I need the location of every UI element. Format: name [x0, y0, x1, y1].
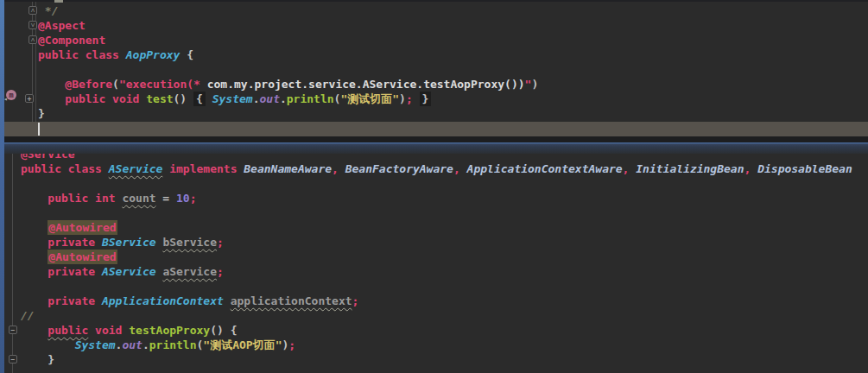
code-token: [413, 92, 420, 105]
code-token: ApplicationContext: [102, 294, 224, 307]
code-token: ;: [406, 92, 413, 105]
code-token: ,: [332, 162, 345, 175]
code-token: ): [399, 92, 406, 105]
code-token: [206, 92, 212, 105]
code-token: ;: [217, 236, 224, 249]
pane-divider[interactable]: [0, 136, 868, 143]
code-token: [21, 250, 48, 263]
code-token: ,: [453, 162, 467, 175]
aop-advice-icon[interactable]: m ◂: [5, 90, 17, 102]
code-line[interactable]: @Component: [0, 33, 868, 47]
fold-marker-icon[interactable]: −: [9, 355, 17, 364]
ide-editor-window: */@Aspect@Componentpublic class AopProxy…: [0, 0, 868, 373]
code-line[interactable]: [0, 176, 868, 191]
code-line[interactable]: System.out.println("测试AOP切面");: [0, 338, 868, 352]
code-line[interactable]: private BService bService;: [0, 235, 868, 250]
code-line[interactable]: private AService aService;: [0, 264, 868, 279]
code-token: "测试AOP切面": [203, 338, 282, 351]
left-accent-strip: [0, 0, 4, 373]
code-token: count: [122, 192, 155, 205]
code-token: applicationContext: [231, 294, 352, 307]
code-token: ApplicationContextAware: [467, 162, 623, 175]
code-token: out: [122, 338, 142, 351]
editor-pane-aservice[interactable]: @Servicepublic class AService implements…: [0, 143, 868, 373]
code-line[interactable]: //: [0, 308, 868, 323]
code-token: 10: [176, 192, 190, 205]
code-token: [38, 92, 65, 105]
fold-marker-icon[interactable]: ˅: [29, 21, 37, 29]
code-token: AService: [102, 265, 156, 278]
code-token: (: [112, 78, 119, 91]
code-line[interactable]: private ApplicationContext applicationCo…: [0, 294, 868, 308]
code-token: testAopProxy: [129, 324, 210, 337]
text-caret: [38, 123, 40, 136]
code-token: @Autowired: [48, 250, 117, 264]
code-line[interactable]: [0, 279, 868, 294]
code-token: [224, 294, 231, 307]
code-token: {: [193, 92, 206, 106]
fold-marker-icon[interactable]: −: [9, 326, 17, 334]
scrollbar-fragment: [54, 0, 63, 3]
code-line[interactable]: @Before("execution(* com.my.project.serv…: [0, 77, 868, 92]
code-line[interactable]: @Autowired: [0, 220, 868, 235]
code-line[interactable]: @Aspect: [0, 18, 868, 33]
code-token: public: [48, 324, 88, 337]
code-line[interactable]: public class AService implements BeanNam…: [0, 161, 868, 176]
code-token: [21, 221, 48, 234]
fold-marker-icon[interactable]: ˄: [29, 6, 37, 15]
code-token: private: [48, 294, 102, 307]
code-token: public int: [48, 192, 122, 205]
fold-marker-icon[interactable]: ˄: [29, 35, 37, 44]
current-line-highlight[interactable]: [4, 122, 868, 136]
code-token: BeanFactoryAware: [345, 162, 453, 175]
code-token: ;: [288, 338, 295, 351]
code-token: System: [212, 92, 253, 105]
code-token: public void: [65, 92, 146, 105]
code-token: [21, 236, 48, 249]
code-token: public class: [38, 48, 126, 61]
editor-pane-aopproxy[interactable]: */@Aspect@Componentpublic class AopProxy…: [0, 0, 868, 125]
code-line[interactable]: }: [0, 352, 868, 367]
code-token: @Aspect: [38, 19, 86, 32]
code-token: public class: [21, 162, 109, 175]
code-token: ,: [744, 162, 758, 175]
code-token: implements: [169, 162, 244, 175]
code-token: out: [259, 92, 279, 105]
code-line[interactable]: public class AopProxy {: [0, 47, 868, 62]
code-token: @Service: [21, 148, 75, 161]
code-token: void: [95, 324, 129, 337]
code-line[interactable]: [0, 62, 868, 77]
code-token: ,: [623, 162, 637, 175]
code-line[interactable]: */: [0, 3, 868, 18]
code-line[interactable]: @Autowired: [0, 250, 868, 264]
code-token: com.my.project.service.AService.testAopP…: [207, 78, 525, 91]
code-line[interactable]: public void testAopProxy() {: [0, 323, 868, 338]
code-token: aService: [162, 265, 217, 278]
code-token: BService: [102, 236, 156, 249]
code-token: [21, 294, 48, 307]
code-line[interactable]: public int count = 10;: [0, 191, 868, 205]
code-token: "execution(*: [119, 78, 207, 91]
code-line[interactable]: }: [0, 106, 868, 121]
fold-marker-icon[interactable]: +: [25, 94, 34, 103]
code-token: "测试切面": [340, 92, 399, 105]
code-token: AService: [109, 162, 163, 175]
code-token: ): [531, 78, 538, 91]
code-token: [38, 78, 65, 91]
code-token: .: [280, 92, 287, 105]
code-token: [21, 265, 48, 278]
code-line[interactable]: [0, 205, 868, 220]
code-token: () {: [210, 324, 237, 337]
code-line[interactable]: public void test() { System.out.println(…: [0, 92, 868, 106]
code-token: }: [420, 92, 432, 106]
code-token: @Autowired: [48, 220, 117, 235]
code-token: println: [287, 92, 334, 105]
code-token: InitializingBean: [636, 162, 744, 175]
code-token: [21, 324, 48, 337]
code-token: BeanNameAware: [244, 162, 332, 175]
code-line[interactable]: @Service: [0, 147, 868, 161]
code-token: */: [38, 4, 58, 17]
code-token: .: [143, 338, 149, 351]
top-edge-divider: [0, 0, 868, 2]
code-token: [88, 324, 95, 337]
